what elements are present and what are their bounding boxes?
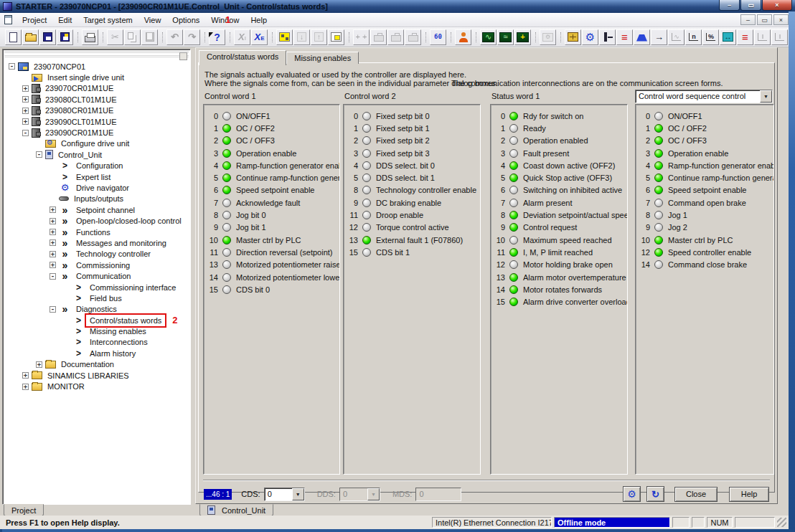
- pid-controller-button[interactable]: [720, 29, 736, 45]
- open-project-button[interactable]: [22, 29, 39, 45]
- cds-dropdown[interactable]: 0 ▼: [264, 488, 305, 501]
- tab-control-status-words[interactable]: Control/status words: [199, 50, 286, 65]
- load-to-rom-button[interactable]: [387, 29, 404, 45]
- menu-item[interactable]: Edit: [52, 14, 77, 27]
- terminals-button[interactable]: [599, 29, 616, 45]
- control-unit-document-tab[interactable]: Control_Unit: [199, 504, 273, 516]
- tree-item[interactable]: + Open-loop/closed-loop control: [6, 215, 190, 226]
- tree-item[interactable]: - 239070NCP01: [6, 61, 190, 72]
- menu-item[interactable]: Target system: [77, 14, 138, 27]
- tree-item[interactable]: + 239090CLT01M1UE: [6, 116, 190, 127]
- print-button[interactable]: [82, 29, 98, 45]
- tree-item[interactable]: Missing enables: [6, 326, 190, 336]
- curve-i1-button[interactable]: [754, 29, 771, 45]
- cut-button[interactable]: [107, 29, 123, 45]
- menu-item[interactable]: Project: [17, 14, 52, 27]
- current-limit2-button[interactable]: [737, 29, 753, 45]
- project-view-tab[interactable]: Project: [4, 504, 44, 516]
- vf-characteristic-button[interactable]: [702, 29, 719, 45]
- mdi-close-button[interactable]: ×: [773, 14, 789, 25]
- new-project-button[interactable]: [5, 29, 22, 45]
- setpoint-channel-button[interactable]: [651, 29, 667, 45]
- mdi-restore-button[interactable]: ▭: [757, 14, 772, 25]
- tree-item[interactable]: + Messages and monitoring: [6, 237, 190, 248]
- menu-item[interactable]: Help: [245, 14, 273, 27]
- load-to-ram-button[interactable]: [370, 29, 387, 45]
- disconnect-target-button[interactable]: [328, 29, 344, 45]
- torque-control-button[interactable]: [685, 29, 702, 45]
- copy-button[interactable]: [124, 29, 141, 45]
- tree-item[interactable]: + Commissioning: [6, 260, 190, 270]
- redo-button[interactable]: [184, 29, 200, 45]
- tree-expander[interactable]: -: [50, 306, 56, 313]
- function-generator-button[interactable]: [497, 29, 514, 45]
- tree-item[interactable]: + Technology controller: [6, 249, 190, 260]
- mdi-minimize-button[interactable]: –: [740, 14, 756, 25]
- paste-button[interactable]: [141, 29, 158, 45]
- undo-button[interactable]: [166, 29, 183, 45]
- tree-expander[interactable]: +: [22, 384, 29, 390]
- current-limit-button[interactable]: [616, 29, 633, 45]
- tree-item[interactable]: + SINAMICS LIBRARIES: [6, 370, 190, 381]
- tree-item[interactable]: Expert list: [6, 171, 190, 182]
- refresh-button[interactable]: ↻: [646, 486, 664, 502]
- tree-expander[interactable]: +: [22, 85, 29, 92]
- tree-expander[interactable]: +: [50, 239, 56, 246]
- observe-values-button[interactable]: [430, 29, 446, 45]
- drive-data-button[interactable]: [582, 29, 598, 45]
- connect-target-button[interactable]: [276, 29, 293, 45]
- tree-item[interactable]: Commissioning interface: [6, 282, 190, 293]
- chevron-down-icon[interactable]: ▼: [292, 488, 304, 500]
- tree-expander[interactable]: +: [22, 118, 29, 125]
- help-button[interactable]: Help: [729, 487, 769, 502]
- commissioning-button[interactable]: [455, 29, 471, 45]
- tree-item[interactable]: Inputs/outputs: [6, 194, 190, 204]
- deselect-xi-button[interactable]: [234, 29, 250, 45]
- tree-item[interactable]: - Communication: [6, 270, 190, 281]
- trace-button[interactable]: [480, 29, 497, 45]
- select-xe-button[interactable]: [251, 29, 268, 45]
- tree-item[interactable]: + Documentation: [6, 359, 190, 370]
- resize-grip[interactable]: [777, 518, 786, 527]
- tree-item[interactable]: Alarm history: [6, 348, 190, 358]
- word-selector-dropdown[interactable]: Control word sequence control ▼: [635, 90, 773, 103]
- tree-item[interactable]: Field bus: [6, 293, 190, 303]
- close-window-button[interactable]: ×: [762, 0, 792, 11]
- download-target-button[interactable]: [293, 29, 310, 45]
- context-help-button[interactable]: [209, 29, 225, 45]
- tree-expander[interactable]: +: [36, 361, 42, 368]
- save-archive-button[interactable]: [57, 29, 73, 45]
- tree-item[interactable]: + Setpoint channel: [6, 204, 190, 215]
- tree-expander[interactable]: -: [36, 151, 42, 158]
- tab-missing-enables[interactable]: Missing enables: [286, 52, 359, 64]
- chevron-down-icon[interactable]: ▼: [760, 90, 772, 103]
- tree-expander[interactable]: +: [50, 251, 56, 257]
- tree-expander[interactable]: +: [22, 108, 29, 114]
- measuring-function-button[interactable]: [514, 29, 531, 45]
- speed-control-button[interactable]: [668, 29, 685, 45]
- maximize-button[interactable]: ▭: [740, 0, 761, 11]
- settings-button[interactable]: ⚙: [623, 486, 641, 502]
- tree-item[interactable]: Configure drive unit: [6, 138, 190, 149]
- tree-item[interactable]: + 239070CR01M1UE: [6, 83, 190, 94]
- tree-item[interactable]: Insert single drive unit: [6, 72, 190, 82]
- curve-i2-button[interactable]: [771, 29, 788, 45]
- copy-ram-to-rom-button[interactable]: [405, 29, 421, 45]
- tree-expander[interactable]: +: [22, 372, 29, 379]
- tree-item[interactable]: Interconnections: [6, 337, 190, 348]
- tree-expander[interactable]: +: [50, 262, 56, 268]
- tree-item[interactable]: + 239080CR01M1UE: [6, 105, 190, 116]
- expert-list-button[interactable]: [565, 29, 581, 45]
- tree-expander[interactable]: +: [50, 206, 56, 213]
- ramp-generator-button[interactable]: [634, 29, 650, 45]
- tree-expander[interactable]: +: [50, 218, 56, 224]
- tree-expander[interactable]: +: [50, 229, 56, 235]
- tree-expander[interactable]: -: [9, 63, 15, 70]
- tree-item[interactable]: - Diagnostics: [6, 304, 190, 315]
- menu-item[interactable]: View: [138, 14, 167, 27]
- tree-item[interactable]: Drive navigator: [6, 182, 190, 193]
- auto-config-button[interactable]: [540, 29, 556, 45]
- save-project-button[interactable]: [39, 29, 56, 45]
- close-button[interactable]: Close: [674, 487, 718, 502]
- tree-item[interactable]: - 239090CR01M1UE: [6, 127, 190, 138]
